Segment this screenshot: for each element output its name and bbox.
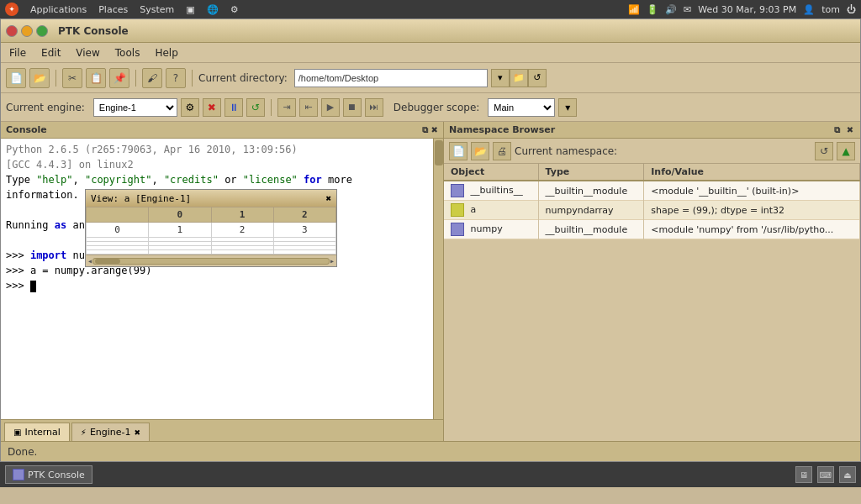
new-file-button[interactable]: 📄	[6, 68, 26, 88]
engine1-tab-close[interactable]: ✖	[135, 428, 141, 437]
main-window: PTK Console File Edit View Tools Help 📄 …	[0, 18, 861, 462]
console-restore-icon[interactable]: ⧉	[422, 125, 428, 135]
terminal-icon[interactable]: ▣	[186, 4, 194, 15]
places-menu[interactable]: Places	[98, 4, 128, 15]
dir-dropdown-button[interactable]: ▾	[491, 69, 510, 87]
col-type: Type	[538, 164, 644, 181]
console-line: Type "help", "copyright", "credits" or "…	[6, 172, 428, 187]
table-row[interactable]: a numpyndarray shape = (99,); dtype = in…	[444, 201, 860, 220]
array-col-2: 2	[273, 207, 335, 223]
close-button[interactable]	[6, 25, 18, 37]
toolbar-separator-3	[192, 70, 193, 87]
ns-up-button[interactable]: ▲	[837, 142, 855, 160]
ns-object-name: __builtins__	[471, 185, 523, 196]
engine-refresh-button[interactable]: ↺	[246, 98, 265, 117]
debug-run-button[interactable]: ▶	[321, 98, 340, 117]
menu-view[interactable]: View	[72, 45, 103, 60]
menu-file[interactable]: File	[6, 45, 29, 60]
taskbar-item-icon	[13, 469, 24, 480]
array-icon	[451, 203, 464, 217]
settings-icon[interactable]: ⚙	[230, 4, 239, 15]
engine-toolbar: Current engine: Engine-1 ⚙ ✖ ⏸ ↺ ⇥ ⇤ ▶ ⏹…	[1, 93, 860, 122]
dir-input[interactable]	[294, 69, 488, 87]
array-cell	[87, 250, 149, 255]
ns-save-button[interactable]: 📂	[471, 142, 489, 160]
debug-select[interactable]: Main	[488, 98, 555, 117]
dir-refresh-button[interactable]: ↺	[528, 69, 547, 87]
browser-icon[interactable]: 🌐	[207, 4, 219, 15]
engine-stop-button[interactable]: ✖	[203, 98, 221, 117]
table-row	[87, 250, 336, 255]
window-title: PTK Console	[58, 25, 129, 37]
array-table: 0 1 2 0 1 2	[86, 207, 336, 255]
col-object: Object	[444, 164, 538, 181]
engine-select[interactable]: Engine-1	[93, 98, 177, 117]
ns-object-cell: a	[444, 201, 538, 220]
system-bar: ✦ Applications Places System ▣ 🌐 ⚙ 📶 🔋 🔊…	[0, 0, 861, 18]
debug-step-button[interactable]: ⇥	[277, 98, 296, 117]
scroll-track[interactable]	[92, 258, 330, 265]
ns-print-button[interactable]: 🖨	[493, 142, 511, 160]
status-bar: Done.	[1, 441, 860, 461]
help-button[interactable]: ?	[166, 68, 186, 88]
console-line: [GCC 4.4.3] on linux2	[6, 157, 428, 172]
array-scrollbar[interactable]: ◂ ▸	[86, 255, 336, 266]
engine-settings-button[interactable]: ⚙	[181, 98, 199, 117]
debug-step2-button[interactable]: ⇤	[299, 98, 318, 117]
scroll-right-button[interactable]: ▸	[330, 256, 335, 265]
table-row: 0 1 2 3	[87, 223, 336, 238]
namespace-pane: Namespace Browser ⧉ ✖ 📄 📂 🖨 Current name…	[444, 122, 860, 441]
menu-tools[interactable]: Tools	[112, 45, 144, 60]
minimize-button[interactable]	[21, 25, 33, 37]
debug-stop-button[interactable]: ⏹	[343, 98, 362, 117]
menu-bar: File Edit View Tools Help	[1, 43, 860, 63]
tray-icon-1[interactable]: 🖥	[795, 466, 812, 483]
tab-engine1[interactable]: ⚡ Engine-1 ✖	[71, 423, 150, 441]
console-pane: Console ⧉ ✖ Python 2.6.5 (r265:79063, Ap…	[1, 122, 444, 441]
array-col-0: 0	[149, 207, 211, 223]
table-row[interactable]: __builtins__ __builtin__module <module '…	[444, 181, 860, 201]
battery-icon: 🔋	[647, 4, 658, 15]
maximize-button[interactable]	[36, 25, 48, 37]
apps-menu[interactable]: Applications	[30, 4, 87, 15]
open-file-button[interactable]: 📂	[29, 68, 50, 88]
system-menu[interactable]: System	[140, 4, 174, 15]
console-output[interactable]: Python 2.6.5 (r265:79063, Apr 16 2010, 1…	[1, 139, 433, 419]
tray-icon-3[interactable]: ⏏	[839, 466, 856, 483]
username: tom	[821, 4, 840, 15]
debug-next-button[interactable]: ⏭	[365, 98, 383, 117]
clock: Wed 30 Mar, 9:03 PM	[698, 4, 796, 15]
array-cell-2: 3	[273, 223, 335, 238]
paint-button[interactable]: 🖌	[142, 68, 162, 88]
paste-button[interactable]: 📌	[109, 68, 129, 88]
copy-button[interactable]: 📋	[86, 68, 106, 88]
array-cell-0: 1	[149, 223, 211, 238]
debug-dropdown-button[interactable]: ▾	[558, 98, 577, 117]
engine-separator	[271, 99, 272, 116]
ns-refresh-button[interactable]: ↺	[815, 142, 833, 160]
power-icon[interactable]: ⏻	[847, 4, 856, 15]
table-row[interactable]: numpy __builtin__module <module 'numpy' …	[444, 220, 860, 239]
scrollbar-thumb[interactable]	[435, 140, 443, 165]
array-col-1: 1	[211, 207, 273, 223]
menu-help[interactable]: Help	[151, 45, 181, 60]
toolbar-separator-2	[135, 70, 136, 87]
engine-pause-button[interactable]: ⏸	[224, 98, 243, 117]
array-viewer-close[interactable]: ✖	[325, 193, 331, 204]
cut-button[interactable]: ✂	[62, 68, 82, 88]
ns-close-icon[interactable]: ✖	[845, 125, 855, 135]
console-scrollbar[interactable]	[433, 139, 443, 419]
console-close-icon[interactable]: ✖	[431, 125, 438, 135]
array-viewer-header: View: a [Engine-1] ✖	[86, 190, 336, 207]
tray-icon-2[interactable]: ⌨	[817, 466, 834, 483]
taskbar: PTK Console 🖥 ⌨ ⏏	[0, 462, 861, 487]
dir-label: Current directory:	[198, 72, 288, 84]
menu-edit[interactable]: Edit	[38, 45, 64, 60]
ns-load-button[interactable]: 📄	[449, 142, 467, 160]
dir-browse-button[interactable]: 📁	[510, 69, 528, 87]
module-icon	[451, 184, 464, 197]
taskbar-item-ptk[interactable]: PTK Console	[5, 465, 92, 484]
ns-restore-icon[interactable]: ⧉	[832, 125, 842, 135]
tab-internal[interactable]: ▣ Internal	[4, 423, 70, 441]
scroll-thumb[interactable]	[95, 259, 120, 264]
